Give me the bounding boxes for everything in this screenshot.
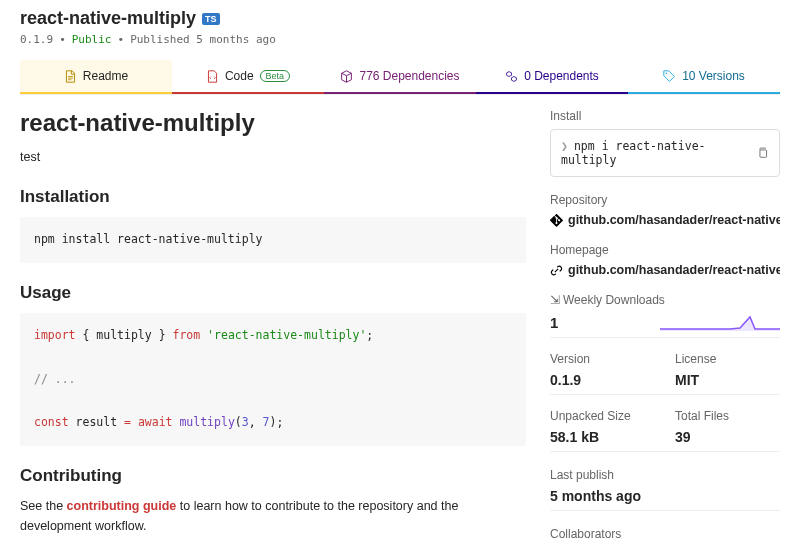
size-label: Unpacked Size (550, 409, 655, 423)
package-title: react-native-multiply (20, 8, 196, 29)
link-icon (550, 264, 563, 277)
prompt-icon: ❯ (561, 139, 568, 153)
readme-icon (64, 70, 77, 83)
downloads-value: 1 (550, 314, 558, 331)
version-text: 0.1.9 (20, 33, 53, 46)
package-header: react-native-multiply TS 0.1.9 • Public … (20, 0, 780, 46)
beta-pill: Beta (260, 70, 291, 82)
box-icon (340, 70, 353, 83)
license-label: License (675, 352, 780, 366)
downloads-label: ⇲Weekly Downloads (550, 293, 780, 307)
tabs: Readme Code Beta 776 Dependencies 0 Depe… (20, 60, 780, 95)
installation-heading: Installation (20, 187, 526, 207)
collaborators-label: Collaborators (550, 527, 780, 538)
lastpublish-value: 5 months ago (550, 488, 780, 504)
repository-link[interactable]: github.com/hasandader/react-native-m… (550, 213, 780, 227)
size-value: 58.1 kB (550, 429, 655, 445)
tab-readme[interactable]: Readme (20, 60, 172, 94)
git-icon (550, 214, 563, 227)
boxes-icon (505, 70, 518, 83)
tags-icon (663, 70, 676, 83)
package-meta: 0.1.9 • Public • Published 5 months ago (20, 33, 780, 46)
code-icon (206, 70, 219, 83)
version-label: Version (550, 352, 655, 366)
sidebar: Install ❯npm i react-native-multiply Rep… (550, 109, 780, 538)
downloads-sparkline (660, 313, 780, 331)
homepage-label: Homepage (550, 243, 780, 257)
svg-rect-1 (760, 150, 767, 157)
visibility-text: Public (72, 33, 112, 46)
files-label: Total Files (675, 409, 780, 423)
readme-description: test (20, 147, 526, 167)
tab-dependencies[interactable]: 776 Dependencies (324, 60, 476, 94)
lastpublish-label: Last publish (550, 468, 780, 482)
files-value: 39 (675, 429, 780, 445)
tab-dependents[interactable]: 0 Dependents (476, 60, 628, 94)
published-text: Published 5 months ago (130, 33, 276, 46)
tab-code[interactable]: Code Beta (172, 60, 324, 94)
download-icon: ⇲ (550, 293, 560, 307)
license-value: MIT (675, 372, 780, 388)
contributing-heading: Contributing (20, 466, 526, 486)
homepage-link[interactable]: github.com/hasandader/react-native-m… (550, 263, 780, 277)
readme-title: react-native-multiply (20, 109, 526, 137)
contributing-text: See the contributing guide to learn how … (20, 496, 526, 536)
version-value: 0.1.9 (550, 372, 655, 388)
install-command-box[interactable]: ❯npm i react-native-multiply (550, 129, 780, 177)
typescript-badge: TS (202, 13, 220, 25)
copy-icon[interactable] (757, 147, 769, 159)
svg-point-0 (666, 72, 668, 74)
repository-label: Repository (550, 193, 780, 207)
install-label: Install (550, 109, 780, 123)
usage-heading: Usage (20, 283, 526, 303)
tab-versions[interactable]: 10 Versions (628, 60, 780, 94)
readme-content: react-native-multiply test Installation … (20, 109, 526, 538)
usage-codeblock[interactable]: import { multiply } from 'react-native-m… (20, 313, 526, 446)
contributing-guide-link[interactable]: contributing guide (67, 499, 177, 513)
install-codeblock[interactable]: npm install react-native-multiply (20, 217, 526, 263)
